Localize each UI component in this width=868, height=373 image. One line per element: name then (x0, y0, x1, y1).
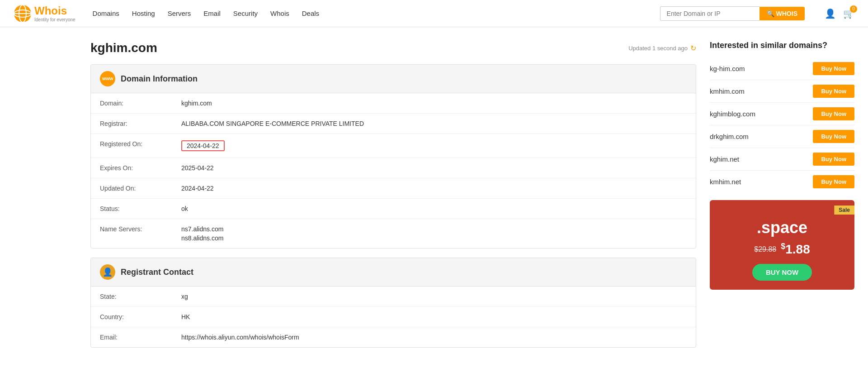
nameservers-value: ns7.alidns.com ns8.alidns.com (181, 225, 223, 242)
similar-domain-0: kg-him.com Buy Now (710, 57, 854, 80)
similar-domain-name-4: kghim.net (710, 155, 739, 163)
nav-servers[interactable]: Servers (168, 10, 191, 17)
person-icon: 👤 (100, 264, 115, 280)
search-button[interactable]: 🔍 WHOIS (760, 7, 805, 20)
nav-whois[interactable]: Whois (270, 10, 289, 17)
domain-field-updated-on: Updated On: 2024-04-22 (91, 178, 696, 199)
search-icon: 🔍 (767, 10, 774, 17)
buy-btn-5[interactable]: Buy Now (813, 175, 854, 188)
registered-on-label: Registered On: (100, 140, 181, 151)
navbar: Whois Identity for everyone Domains Host… (0, 0, 868, 27)
sale-domain-ext: .space (719, 218, 845, 237)
status-label: Status: (100, 205, 181, 212)
nav-icons: 👤 🛒 0 (825, 8, 854, 19)
refresh-icon[interactable]: ↻ (690, 44, 696, 53)
domain-info-card: WWW Domain Information Domain: kghim.com… (90, 64, 696, 249)
domain-field-registrar: Registrar: ALIBABA.COM SINGAPORE E-COMME… (91, 114, 696, 134)
cart-badge: 0 (850, 5, 857, 13)
similar-domain-name-1: kmhim.com (710, 87, 745, 95)
similar-domain-2: kghimblog.com Buy Now (710, 103, 854, 125)
registered-on-value: 2024-04-22 (181, 140, 225, 151)
sale-new-price-value: 1.88 (785, 242, 810, 256)
domain-value: kghim.com (181, 100, 212, 107)
nav-hosting[interactable]: Hosting (132, 10, 155, 17)
similar-domain-5: kmhim.net Buy Now (710, 171, 854, 193)
registrant-card: 👤 Registrant Contact State: xg Country: … (90, 258, 696, 348)
state-label: State: (100, 293, 181, 300)
registrant-title: Registrant Contact (121, 268, 193, 277)
country-value: HK (181, 313, 190, 320)
left-panel: kghim.com Updated 1 second ago ↻ WWW Dom… (90, 41, 696, 357)
right-panel: Interested in similar domains? kg-him.co… (710, 41, 854, 357)
buy-btn-2[interactable]: Buy Now (813, 107, 854, 120)
nameservers-label: Name Servers: (100, 225, 181, 242)
updated-on-value: 2024-04-22 (181, 185, 214, 192)
page-title-row: kghim.com Updated 1 second ago ↻ (90, 41, 696, 55)
similar-domain-name-2: kghimblog.com (710, 110, 755, 118)
page-title: kghim.com (90, 41, 157, 55)
email-label: Email: (100, 334, 181, 341)
sale-tag: Sale (834, 206, 854, 215)
domain-info-title: Domain Information (121, 74, 198, 84)
similar-title: Interested in similar domains? (710, 41, 854, 50)
domain-label: Domain: (100, 100, 181, 107)
status-value: ok (181, 205, 188, 212)
similar-domain-name-5: kmhim.net (710, 178, 741, 186)
sale-dollar: $ (781, 242, 785, 251)
similar-domain-3: drkghim.com Buy Now (710, 125, 854, 148)
email-value: https://whois.aliyun.com/whois/whoisForm (181, 334, 299, 341)
nav-email[interactable]: Email (203, 10, 221, 17)
domain-field-registered-on: Registered On: 2024-04-22 (91, 134, 696, 158)
logo-icon (14, 5, 32, 23)
registrant-field-country: Country: HK (91, 307, 696, 327)
user-icon-button[interactable]: 👤 (825, 8, 836, 19)
search-area: 🔍 WHOIS (660, 6, 805, 21)
logo[interactable]: Whois Identity for everyone (14, 5, 75, 23)
sale-price-row: $29.88 $1.88 (719, 242, 845, 257)
registrar-value: ALIBABA.COM SINGAPORE E-COMMERCE PRIVATE… (181, 120, 364, 127)
registrar-label: Registrar: (100, 120, 181, 127)
ns2: ns8.alidns.com (181, 234, 223, 242)
updated-on-label: Updated On: (100, 185, 181, 192)
search-input[interactable] (660, 6, 760, 21)
cart-icon-button[interactable]: 🛒 0 (843, 8, 854, 19)
similar-domain-1: kmhim.com Buy Now (710, 80, 854, 103)
domain-field-status: Status: ok (91, 199, 696, 219)
expires-on-value: 2025-04-22 (181, 164, 214, 172)
similar-domains-list: kg-him.com Buy Now kmhim.com Buy Now kgh… (710, 57, 854, 193)
domain-info-header: WWW Domain Information (91, 65, 696, 93)
similar-domain-4: kghim.net Buy Now (710, 148, 854, 171)
registrant-header: 👤 Registrant Contact (91, 258, 696, 287)
sale-buy-button[interactable]: BUY NOW (752, 264, 812, 281)
ns1: ns7.alidns.com (181, 225, 223, 233)
nav-domains[interactable]: Domains (93, 10, 119, 17)
domain-field-nameservers: Name Servers: ns7.alidns.com ns8.alidns.… (91, 219, 696, 248)
country-label: Country: (100, 313, 181, 320)
buy-btn-0[interactable]: Buy Now (813, 62, 854, 75)
logo-tagline: Identity for everyone (34, 17, 75, 22)
state-value: xg (181, 293, 188, 300)
buy-btn-4[interactable]: Buy Now (813, 153, 854, 166)
registrant-field-email: Email: https://whois.aliyun.com/whois/wh… (91, 327, 696, 347)
updated-text: Updated 1 second ago (628, 45, 688, 52)
sale-banner: Sale .space $29.88 $1.88 BUY NOW (710, 200, 854, 290)
sale-new-price: $1.88 (781, 242, 810, 257)
nav-deals[interactable]: Deals (302, 10, 319, 17)
expires-on-label: Expires On: (100, 164, 181, 172)
sale-old-price: $29.88 (754, 245, 776, 253)
buy-btn-1[interactable]: Buy Now (813, 85, 854, 98)
domain-field-expires-on: Expires On: 2025-04-22 (91, 158, 696, 178)
buy-btn-3[interactable]: Buy Now (813, 130, 854, 143)
domain-field-domain: Domain: kghim.com (91, 93, 696, 114)
similar-domain-name-3: drkghim.com (710, 133, 749, 140)
main-content: kghim.com Updated 1 second ago ↻ WWW Dom… (0, 27, 868, 370)
logo-text: Whois (34, 5, 67, 17)
www-icon: WWW (100, 71, 115, 86)
similar-domain-name-0: kg-him.com (710, 65, 745, 72)
registrant-field-state: State: xg (91, 287, 696, 307)
updated-status: Updated 1 second ago ↻ (628, 44, 696, 53)
search-button-label: WHOIS (776, 10, 797, 17)
nav-security[interactable]: Security (233, 10, 258, 17)
